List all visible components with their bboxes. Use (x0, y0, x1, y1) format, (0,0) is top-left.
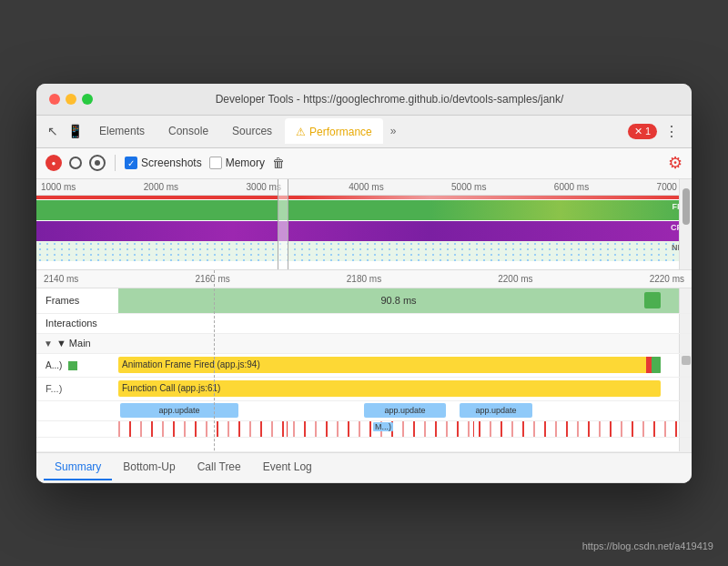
devtools-window: Developer Tools - https://googlechrome.g… (36, 84, 692, 483)
record-button[interactable]: ● (46, 155, 62, 171)
overview-ruler: 1000 ms 2000 ms 3000 ms 4000 ms 5000 ms … (36, 179, 692, 196)
device-icon[interactable]: 📱 (64, 124, 86, 138)
window-title: Developer Tools - https://googlechrome.g… (100, 93, 679, 106)
long-tasks-bar (36, 196, 692, 199)
row-scrollbar-6 (679, 401, 692, 420)
empty-row (36, 438, 692, 452)
func-call-content: Function Call (app.js:61) (118, 378, 679, 400)
tab-console[interactable]: Console (157, 119, 219, 143)
m-label: M...) (373, 422, 393, 431)
mini-content: M...) (118, 421, 679, 437)
screenshots-checkbox-box[interactable]: ✓ (125, 157, 137, 169)
titlebar: Developer Tools - https://googlechrome.g… (36, 84, 692, 116)
task-f-label: F...) (36, 383, 118, 394)
traffic-lights (49, 94, 93, 105)
tabbar: ↖ 📱 Elements Console Sources ⚠ Performan… (36, 116, 692, 148)
overview-scrollbar[interactable] (679, 179, 692, 269)
collapse-icon: ▼ (44, 339, 53, 349)
tab-elements[interactable]: Elements (88, 119, 156, 143)
app-update-bar-1[interactable]: app.update (120, 403, 238, 418)
fps-row: FPS (36, 200, 692, 220)
watermark: https://blog.csdn.net/a419419 (582, 541, 713, 551)
row-scrollbar-4 (679, 354, 692, 377)
tab-event-log[interactable]: Event Log (252, 455, 323, 480)
cursor-icon[interactable]: ↖ (44, 124, 62, 138)
separator (115, 155, 116, 171)
close-button[interactable] (49, 94, 60, 105)
anim-frame-content: Animation Frame Fired (app.js:94) (118, 354, 679, 377)
detail-content: 2140 ms 2160 ms 2180 ms 2200 ms 2220 ms … (36, 270, 692, 452)
net-row: NET (36, 241, 692, 261)
tab-performance[interactable]: ⚠ Performance (285, 118, 383, 144)
toolbar: ● ✓ Screenshots Memory 🗑 ⚙ (36, 148, 692, 179)
bottom-tabbar: Summary Bottom-Up Call Tree Event Log (36, 452, 692, 483)
menu-button[interactable]: ⋮ (659, 119, 684, 144)
maximize-button[interactable] (82, 94, 93, 105)
clear-button[interactable]: 🗑 (272, 156, 285, 170)
task-a-label: A...) (36, 359, 118, 370)
function-call-bar[interactable]: Function Call (app.js:61) (118, 380, 661, 397)
scrollbar-thumb[interactable] (682, 188, 690, 225)
animation-frame-row: A...) Animation Frame Fired (app.js:94) (36, 354, 692, 378)
tab-bottom-up[interactable]: Bottom-Up (112, 455, 186, 480)
minimize-button[interactable] (66, 94, 76, 105)
app-update-bar-2[interactable]: app.update (364, 403, 446, 418)
interactions-row: Interactions (36, 314, 692, 334)
overview-selection[interactable] (278, 179, 288, 269)
function-call-row: F...) Function Call (app.js:61) (36, 378, 692, 401)
v-marker-1 (287, 421, 288, 437)
detail-ruler: 2140 ms 2160 ms 2180 ms 2200 ms 2220 ms (36, 270, 692, 288)
tab-sources[interactable]: Sources (221, 119, 283, 143)
memory-checkbox[interactable]: Memory (209, 157, 265, 169)
scroll-indicator (682, 356, 691, 365)
cpu-row: CPU (36, 221, 692, 241)
frames-content: 90.8 ms (118, 288, 679, 313)
tab-more[interactable]: » (385, 121, 402, 141)
detail-ruler-marks: 2140 ms 2160 ms 2180 ms 2200 ms 2220 ms (44, 274, 684, 284)
stop-button[interactable] (89, 155, 106, 171)
v-marker-2 (473, 421, 474, 437)
row-scrollbar-5 (679, 378, 692, 400)
row-scrollbar-3 (679, 334, 692, 353)
animation-frame-bar[interactable]: Animation Frame Fired (app.js:94) (118, 357, 661, 373)
interactions-label: Interactions (36, 318, 118, 328)
row-scrollbar (679, 288, 692, 313)
app-update-row: app.update app.update app.update (36, 401, 692, 421)
ruler-marks: 1000 ms 2000 ms 3000 ms 4000 ms 5000 ms … (41, 182, 687, 192)
task-a-green-box (68, 361, 77, 370)
frames-row: Frames 90.8 ms (36, 288, 692, 314)
green-end-marker (652, 357, 661, 373)
settings-group: ⚙ (668, 153, 682, 173)
row-scrollbar-2 (679, 314, 692, 333)
reload-button[interactable] (69, 157, 82, 169)
main-label: ▼ Main (56, 338, 91, 349)
app-update-content: app.update app.update app.update (118, 401, 679, 420)
row-scrollbar-7 (679, 421, 692, 437)
memory-checkbox-box[interactable] (209, 157, 222, 169)
tab-summary[interactable]: Summary (44, 455, 112, 480)
gear-icon[interactable]: ⚙ (668, 154, 682, 172)
screenshots-checkbox[interactable]: ✓ Screenshots (125, 157, 202, 169)
overview-panel: 1000 ms 2000 ms 3000 ms 4000 ms 5000 ms … (36, 179, 692, 270)
detail-panel: 2140 ms 2160 ms 2180 ms 2200 ms 2220 ms … (36, 270, 692, 452)
mini-bars-row: M...) (36, 421, 692, 438)
main-section-header[interactable]: ▼ ▼ Main (36, 334, 692, 354)
mini-bars (118, 421, 679, 437)
tab-call-tree[interactable]: Call Tree (187, 455, 252, 480)
frames-label: Frames (36, 295, 118, 306)
net-dots (36, 241, 692, 261)
frame-marker (644, 292, 661, 308)
app-update-bar-3[interactable]: app.update (460, 403, 532, 418)
error-badge: ✕ 1 (628, 124, 657, 139)
